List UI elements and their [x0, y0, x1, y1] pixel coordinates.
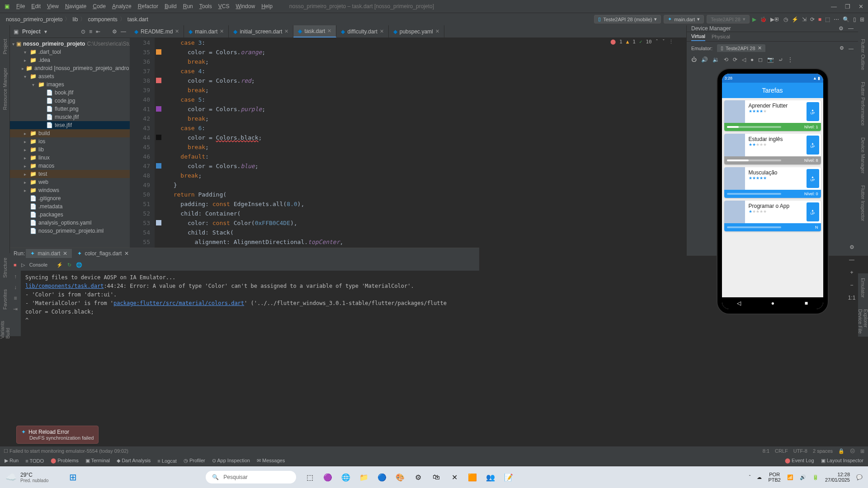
- inspection-indicators[interactable]: ⬤1 ▲1 ✓10 ˆˇ⋮: [610, 39, 674, 45]
- tree-item[interactable]: 📄 .packages: [10, 211, 130, 219]
- run-tab-main[interactable]: ✦main.dart✕: [26, 249, 72, 258]
- android-home-icon[interactable]: ●: [771, 300, 774, 306]
- app2-icon[interactable]: 🟧: [466, 471, 479, 483]
- gear-icon[interactable]: ⚙: [840, 45, 844, 51]
- wrap-icon[interactable]: ≡: [14, 295, 17, 301]
- favorites-button[interactable]: Favorites: [2, 289, 8, 310]
- tree-item[interactable]: ▾📁 assets: [10, 72, 130, 80]
- chrome-icon[interactable]: 🔵: [376, 471, 388, 483]
- overview-icon[interactable]: ◻: [758, 56, 763, 63]
- flutter-device-manager-button[interactable]: Device Manager: [860, 137, 866, 174]
- editor-tab[interactable]: ◆main.dart✕: [184, 25, 229, 38]
- menu-navigate[interactable]: Navigate: [62, 3, 90, 9]
- task-card[interactable]: Musculação★★★★★▲UPNível: 0: [724, 167, 821, 198]
- scroll-icon[interactable]: ⇥: [13, 306, 18, 312]
- clock[interactable]: 12:2827/01/2025: [825, 472, 850, 483]
- flutter-inspector-button[interactable]: Flutter Inspector: [860, 185, 866, 221]
- steam-icon[interactable]: ⚙: [412, 471, 425, 483]
- screenshot-icon[interactable]: 📷: [767, 56, 774, 63]
- line-sep[interactable]: CRLF: [775, 448, 788, 454]
- encoding[interactable]: UTF-8: [793, 448, 807, 454]
- gear-icon[interactable]: ⚙: [112, 28, 117, 35]
- tree-item[interactable]: 📄 code.jpg: [10, 97, 130, 105]
- editor-tab[interactable]: ◆pubspec.yaml✕: [389, 25, 444, 38]
- android-back-icon[interactable]: ◁: [737, 300, 741, 306]
- home-icon[interactable]: ●: [750, 56, 754, 63]
- devtools-icon[interactable]: 🌐: [76, 262, 82, 268]
- volume-down-icon[interactable]: 🔉: [712, 56, 719, 63]
- notifications-icon[interactable]: 💬: [856, 474, 863, 480]
- wifi-icon[interactable]: 📶: [787, 474, 793, 480]
- taskbar-search[interactable]: 🔍Pesquisar: [206, 471, 296, 483]
- volume-up-icon[interactable]: 🔊: [701, 56, 708, 63]
- gear-icon[interactable]: ⚙: [839, 25, 844, 32]
- paint-icon[interactable]: 🎨: [394, 471, 406, 483]
- emulator-tab[interactable]: ▯Teste2API 28✕: [717, 44, 765, 52]
- dart-analysis-button[interactable]: ◆ Dart Analysis: [117, 458, 151, 464]
- messages-button[interactable]: ✉ Messages: [257, 458, 285, 464]
- up-icon[interactable]: ↑: [14, 273, 17, 280]
- tree-item[interactable]: 📄 .metadata: [10, 202, 130, 211]
- devtools-icon[interactable]: ⬚: [825, 16, 830, 23]
- tree-item[interactable]: 📄 tese.jfif: [10, 121, 130, 129]
- project-panel-title[interactable]: Project: [22, 28, 41, 35]
- reload-icon[interactable]: ↻: [67, 262, 71, 268]
- volume-icon[interactable]: 🔊: [800, 474, 806, 480]
- tree-item[interactable]: ▾📁 images: [10, 80, 130, 89]
- battery-icon[interactable]: 🔋: [812, 474, 819, 480]
- power-icon[interactable]: ⏻: [691, 56, 697, 63]
- tree-item[interactable]: ▸📁 macos: [10, 162, 130, 170]
- copilot-icon[interactable]: 🟣: [321, 471, 334, 483]
- gear-icon[interactable]: ⚙: [849, 244, 854, 250]
- app-icon[interactable]: ✕: [448, 471, 461, 483]
- stop-icon[interactable]: ■: [818, 16, 821, 23]
- menu-run[interactable]: Run: [180, 3, 196, 9]
- tree-item[interactable]: ▸📁 .idea: [10, 56, 130, 64]
- editor-tab[interactable]: ◆initial_screen.dart✕: [229, 25, 293, 38]
- run-config-selector[interactable]: ✦main.dart▾: [664, 15, 704, 23]
- close-icon[interactable]: ✕: [859, 3, 863, 10]
- problems-button[interactable]: ⬤ Problems: [51, 458, 79, 464]
- tree-item[interactable]: ▸📁 web: [10, 178, 130, 186]
- resource-manager-button[interactable]: Resource Manager: [2, 68, 8, 110]
- expand-icon[interactable]: ≡: [89, 28, 92, 35]
- task-view-icon[interactable]: ⬚: [303, 471, 316, 483]
- menu-code[interactable]: Code: [90, 3, 109, 9]
- todo-button[interactable]: ≡ TODO: [25, 458, 44, 464]
- device-selector[interactable]: ▯Teste2API 28 (mobile)▾: [594, 15, 661, 23]
- structure-button[interactable]: Structure: [2, 258, 8, 278]
- tree-item[interactable]: ▸📁 lib: [10, 145, 130, 154]
- tree-item[interactable]: ▸📁 windows: [10, 186, 130, 194]
- more-icon[interactable]: ⋯: [834, 16, 839, 23]
- rotate-right-icon[interactable]: ⟳: [733, 56, 737, 63]
- menu-vcs[interactable]: VCS: [215, 3, 233, 9]
- select-opened-icon[interactable]: ⊙: [81, 28, 85, 35]
- menu-build[interactable]: Build: [161, 3, 180, 9]
- build-variants-button[interactable]: Build Variants: [0, 321, 10, 339]
- onedrive-icon[interactable]: ☁: [757, 474, 762, 480]
- task-card[interactable]: Estudar inglês★★★★★▲UPNível: 8: [724, 134, 821, 164]
- run-button[interactable]: ▶ Run: [5, 458, 19, 464]
- tree-item[interactable]: ▾📁 .dart_tool: [10, 48, 130, 56]
- tree-item[interactable]: ▸📁 build: [10, 129, 130, 137]
- tree-item[interactable]: 📄 muscle.jfif: [10, 113, 130, 121]
- run-icon[interactable]: ▶: [752, 16, 756, 23]
- app-inspection-button[interactable]: ⊙ App Inspection: [212, 458, 250, 464]
- hide-icon[interactable]: —: [848, 25, 854, 32]
- tab-physical[interactable]: Physical: [712, 33, 730, 41]
- face-icon[interactable]: ☹: [850, 448, 855, 454]
- menu-file[interactable]: File: [13, 3, 28, 9]
- flutter-performance-button[interactable]: Flutter Performance: [860, 82, 866, 126]
- menu-tools[interactable]: Tools: [196, 3, 215, 9]
- avd-icon[interactable]: ▯: [853, 16, 856, 23]
- hide-icon[interactable]: —: [121, 28, 126, 35]
- stop-icon[interactable]: ■: [14, 262, 17, 267]
- menu-analyze[interactable]: Analyze: [109, 3, 135, 9]
- menu-edit[interactable]: Edit: [28, 3, 44, 9]
- tree-root[interactable]: ▾▣ nosso_primeiro_projeto C:\Users\erica…: [10, 40, 130, 48]
- explorer-icon[interactable]: 📁: [358, 471, 370, 483]
- event-log-button[interactable]: ⬤ Event Log: [785, 458, 814, 464]
- keyboard-layout[interactable]: PORPTB2: [768, 472, 781, 483]
- attach-icon[interactable]: ⇲: [802, 16, 807, 23]
- hot-reload-icon[interactable]: ⚡: [792, 16, 798, 23]
